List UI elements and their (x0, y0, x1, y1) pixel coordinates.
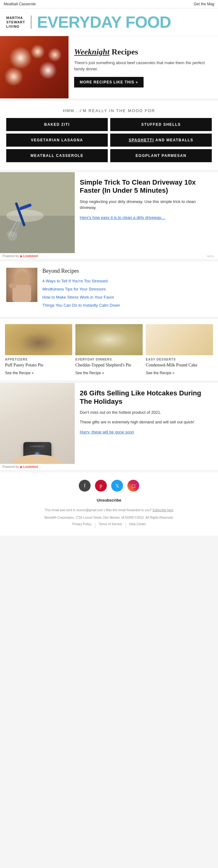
recipe-link-dinner[interactable]: See the Recipe » (75, 371, 104, 375)
list-item: 4 Ways to Tell If You're Too Stressed (42, 278, 212, 284)
recipe-category-dessert: EASY DESSERTS (146, 358, 213, 361)
hero-food-photo (0, 36, 68, 98)
liveintent-logo-1: ▶ LiveIntent (20, 254, 38, 258)
ad-driveway-image (0, 172, 75, 253)
beyond-link-2[interactable]: Mindfulness Tips for Your Stressors (42, 287, 106, 291)
svg-point-13 (17, 273, 27, 283)
list-item: Mindfulness Tips for Your Stressors (42, 286, 212, 292)
privacy-policy-link[interactable]: Privacy Policy (72, 522, 92, 528)
driveway-visual (0, 172, 75, 253)
get-mag-link[interactable]: Get the Mag (194, 2, 214, 6)
beyond-title: Beyond Recipes (42, 268, 212, 274)
hero-image (0, 36, 68, 98)
social-section: f p 𝕏 ◻ Unsubscribe This email was sent … (0, 472, 218, 535)
liveintent-logo-2: ▶ LiveIntent (20, 465, 38, 469)
list-item: Things You Can Do to Instantly Calm Down (42, 302, 212, 308)
ad-para-1: Stop neglecting your dirty driveway. Use… (80, 198, 213, 211)
beyond-image (6, 268, 37, 302)
hero-heading: Weeknight Recipes (74, 47, 212, 57)
facebook-icon[interactable]: f (79, 480, 91, 492)
ad-content-1: Simple Trick To Clean Driveway 10x Faste… (0, 172, 218, 253)
instagram-icon[interactable]: ◻ (127, 480, 139, 492)
svg-point-2 (6, 210, 43, 222)
footer-line1: This email was sent to xxxxxx@gmail.com … (6, 507, 212, 513)
subscribe-here-link[interactable]: Subscribe here (152, 508, 173, 512)
recipe-link-dessert[interactable]: See the Recipe » (146, 371, 175, 375)
recipe-name-dessert: Condensed-Milk Pound Cake (146, 362, 213, 368)
ad-note-1: Ad N... (207, 255, 218, 258)
mood-button-spaghetti-meatballs[interactable]: SPAGHETTI AND MEATBALLS (110, 133, 212, 147)
ad-link-2[interactable]: Hurry, these will be gone soon (80, 430, 134, 434)
beyond-content: Beyond Recipes 4 Ways to Tell If You're … (42, 268, 212, 310)
publication-title: EVERYDAY FOOD (37, 14, 171, 30)
recipe-card-image-dessert (146, 324, 213, 355)
recipe-link-appetizer[interactable]: See the Recipe » (5, 371, 34, 375)
ad-text-1: Simple Trick To Clean Driveway 10x Faste… (75, 172, 218, 253)
beyond-link-3[interactable]: How to Make Stress Work in Your Favor (42, 295, 114, 300)
mood-button-baked-ziti[interactable]: BAKED ZITI (6, 118, 108, 131)
mood-title: HMM...I'M REALLY IN THE MOOD FOR (6, 108, 212, 113)
recipe-card-dinner: EVERYDAY DINNERS Cheddar-Topped Shepherd… (75, 324, 143, 375)
ad-para-2b: These gifts are in extremely high demand… (80, 419, 213, 425)
ad-para-2a: Don't miss out on the hottest product of… (80, 409, 213, 415)
recipe-name-appetizer: Puff Pastry Potato Pie (5, 362, 72, 368)
ad-section-2: CINEMOOD 26 Gifts Selling Like Hotcakes … (0, 383, 218, 470)
ad-cinemood-image: CINEMOOD (0, 383, 75, 464)
recipe-card-image-appetizer (5, 324, 72, 355)
twitter-icon[interactable]: 𝕏 (111, 480, 123, 492)
mood-button-stuffed-shells[interactable]: STUFFED SHELLS (110, 118, 212, 131)
top-bar: Meatball Casserole Get the Mag (0, 0, 218, 8)
recipe-category-dinner: EVERYDAY DINNERS (75, 358, 143, 361)
meatball-casserole-link[interactable]: Meatball Casserole (4, 2, 36, 6)
ad-heading-1: Simple Trick To Clean Driveway 10x Faste… (80, 178, 213, 195)
hero-description: There's just something about beef casser… (74, 60, 212, 72)
mood-button-eggplant-parmesan[interactable]: EGGPLANT PARMESAN (110, 149, 212, 162)
mood-section: HMM...I'M REALLY IN THE MOOD FOR BAKED Z… (0, 101, 218, 170)
mood-button-vegetarian-lasagna[interactable]: VEGETARIAN LASAGNA (6, 133, 108, 147)
ad-section-1: Simple Trick To Clean Driveway 10x Faste… (0, 172, 218, 259)
ad-heading-2: 26 Gifts Selling Like Hotcakes During Th… (80, 389, 213, 406)
beyond-person-photo (6, 268, 37, 302)
powered-by-1: Powered by ▶ LiveIntent (0, 253, 40, 259)
recipe-card-appetizer: APPETIZERS Puff Pastry Potato Pie See th… (5, 324, 72, 375)
recipe-card-dessert: EASY DESSERTS Condensed-Milk Pound Cake … (146, 324, 213, 375)
ad-text-2: 26 Gifts Selling Like Hotcakes During Th… (75, 383, 218, 464)
beyond-link-4[interactable]: Things You Can Do to Instantly Calm Down (42, 303, 120, 308)
site-header: MARTHA STEWART LIVING EVERYDAY FOOD (0, 8, 218, 36)
powered-by-2: Powered by ▶ LiveIntent (0, 464, 40, 470)
terms-of-service-link[interactable]: Terms of Service (99, 522, 122, 528)
beyond-recipes-section: Beyond Recipes 4 Ways to Tell If You're … (0, 261, 218, 317)
unsubscribe-link[interactable]: Unsubscribe (6, 498, 212, 502)
social-icons-group: f p 𝕏 ◻ (6, 480, 212, 492)
ad-link-1[interactable]: Here's how easy it is to clean a dirty d… (80, 215, 165, 220)
recipe-card-image-dinner (75, 324, 143, 355)
ad-content-2: CINEMOOD 26 Gifts Selling Like Hotcakes … (0, 383, 218, 464)
pinterest-icon[interactable]: p (95, 480, 107, 492)
svg-point-12 (9, 283, 16, 288)
footer-links: Privacy Policy | Terms of Service | Help… (6, 522, 212, 528)
hero-section: Weeknight Recipes There's just something… (0, 36, 218, 98)
recipe-name-dinner: Cheddar-Topped Shepherd's Pie (75, 362, 143, 368)
more-recipes-button[interactable]: MORE RECIPES LIKE THIS » (74, 77, 144, 88)
svg-point-9 (6, 231, 12, 237)
list-item: How to Make Stress Work in Your Favor (42, 294, 212, 300)
mood-grid: BAKED ZITI STUFFED SHELLS VEGETARIAN LAS… (6, 118, 212, 162)
beyond-links-list: 4 Ways to Tell If You're Too Stressed Mi… (42, 278, 212, 308)
hero-content: Weeknight Recipes There's just something… (68, 41, 218, 94)
recipe-cards-section: APPETIZERS Puff Pastry Potato Pie See th… (0, 319, 218, 380)
mood-button-meatball-casserole[interactable]: MEATBALL CASSEROLE (6, 149, 108, 162)
recipe-category-appetizer: APPETIZERS (5, 358, 72, 361)
footer-line2: Meredith Corporation, 1716 Locust Street… (6, 515, 212, 521)
brand-name: MARTHA STEWART LIVING (6, 16, 31, 29)
svg-point-14 (12, 455, 62, 464)
help-center-link[interactable]: Help Center (129, 522, 146, 528)
beyond-link-1[interactable]: 4 Ways to Tell If You're Too Stressed (42, 279, 108, 283)
